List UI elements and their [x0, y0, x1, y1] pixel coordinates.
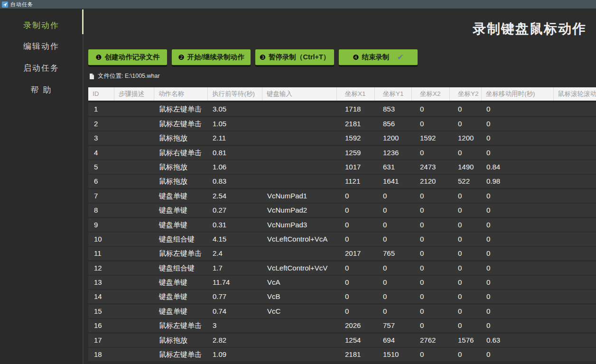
table-row[interactable]: 18鼠标左键单击1.0921811510000	[88, 348, 596, 361]
table-cell	[262, 160, 337, 174]
column-header[interactable]: 动作名称	[154, 87, 208, 101]
table-cell: 0	[375, 233, 412, 246]
table-cell: 5	[88, 160, 114, 174]
table-row[interactable]: 2鼠标左键单击1.052181856000	[88, 117, 596, 131]
table-cell: 0.98	[482, 175, 554, 188]
column-header[interactable]: 坐标Y1	[375, 87, 412, 101]
table-cell: 0	[412, 261, 450, 275]
table-row[interactable]: 15键盘单键0.74VcC00000	[88, 305, 596, 318]
column-header[interactable]: 坐标Y2	[450, 87, 482, 101]
sidebar-item-help[interactable]: 帮 助	[0, 84, 83, 95]
table-cell	[554, 319, 596, 332]
table-cell: 鼠标左键单击	[154, 348, 208, 361]
table-row[interactable]: 3鼠标拖放2.1115921200159212000	[88, 131, 596, 145]
column-header[interactable]: 执行前等待(秒)	[208, 87, 262, 101]
column-header[interactable]: ID	[88, 87, 114, 101]
table-row[interactable]: 13键盘单键11.74VcA00000	[88, 276, 596, 289]
table-cell: 鼠标拖放	[154, 131, 208, 145]
stop-recording-button[interactable]: ❹ 结束录制 ✔	[339, 49, 418, 65]
column-header[interactable]: 坐标X1	[337, 87, 375, 101]
table-cell: 1	[88, 103, 114, 116]
table-row[interactable]: 9键盘单键0.31VcNumPad300000	[88, 218, 596, 232]
column-header[interactable]: 坐标移动用时(秒)	[482, 87, 554, 101]
table-cell: 0	[412, 218, 450, 232]
table-cell: 1490	[450, 160, 482, 174]
table-cell	[554, 233, 596, 246]
table-cell: 13	[88, 276, 114, 289]
table-row[interactable]: 8键盘单键0.27VcNumPad200000	[88, 204, 596, 217]
table-cell: 1254	[337, 334, 375, 347]
table-row[interactable]: 17鼠标拖放2.821254694276215760.63	[88, 334, 596, 347]
sidebar-item-start-task[interactable]: 启动任务	[0, 63, 83, 74]
table-cell	[554, 175, 596, 188]
start-continue-recording-label: 开始/继续录制动作	[187, 53, 244, 62]
table-cell: 522	[450, 175, 482, 188]
table-cell: 0	[450, 233, 482, 246]
table-cell: 0	[375, 276, 412, 289]
table-row[interactable]: 6鼠标拖放0.831121164121205220.98	[88, 175, 596, 188]
table-cell: 0	[482, 204, 554, 217]
table-cell: 1.05	[208, 117, 262, 131]
table-cell: 7	[88, 189, 114, 203]
table-cell	[554, 261, 596, 275]
table-cell	[554, 290, 596, 303]
table-row[interactable]: 12键盘组合键1.7VcLeftControl+VcV00000	[88, 261, 596, 275]
table-cell: 0	[482, 290, 554, 303]
table-cell	[114, 233, 154, 246]
column-header[interactable]: 鼠标滚轮滚动方向	[554, 87, 596, 101]
pause-recording-button[interactable]: ❸ 暂停录制（Ctrl+T）	[255, 49, 334, 65]
table-cell: 键盘单键	[154, 218, 208, 232]
sidebar-item-edit-actions[interactable]: 编辑动作	[0, 41, 83, 52]
check-icon: ✔	[397, 52, 404, 62]
table-cell: 鼠标右键单击	[154, 146, 208, 159]
table-cell: 0	[482, 233, 554, 246]
table-row[interactable]: 10键盘组合键4.15VcLeftControl+VcA00000	[88, 233, 596, 246]
table-cell: 键盘单键	[154, 276, 208, 289]
table-cell: 0.83	[208, 175, 262, 188]
table-cell: 0	[375, 218, 412, 232]
table-cell	[554, 160, 596, 174]
table-cell: 4.15	[208, 233, 262, 246]
table-cell: 0.84	[482, 160, 554, 174]
table-cell: 0	[482, 117, 554, 131]
table-row[interactable]: 16鼠标左键单击32026757000	[88, 319, 596, 332]
table-cell	[114, 290, 154, 303]
table-cell: 0	[412, 305, 450, 318]
sidebar-item-record-actions[interactable]: 录制动作	[0, 20, 83, 31]
table-cell: 0	[337, 218, 375, 232]
column-header[interactable]: 键盘输入	[262, 87, 337, 101]
table-cell: 0	[412, 117, 450, 131]
table-cell	[114, 261, 154, 275]
table-row[interactable]: 1鼠标左键单击3.051718853000	[88, 103, 596, 116]
table-row[interactable]: 11鼠标左键单击2.42017765000	[88, 247, 596, 260]
table-cell: 0	[482, 218, 554, 232]
table-cell: 0	[375, 204, 412, 217]
column-header[interactable]: 坐标X2	[412, 87, 450, 101]
table-row[interactable]: 14键盘单键0.77VcB00000	[88, 290, 596, 303]
table-cell	[114, 348, 154, 361]
table-cell: 0	[450, 348, 482, 361]
table-cell: 0	[412, 276, 450, 289]
table-row[interactable]: 4鼠标右键单击0.8112591236000	[88, 146, 596, 159]
table-row[interactable]: 7键盘单键2.54VcNumPad100000	[88, 189, 596, 203]
table-cell: 14	[88, 290, 114, 303]
table-cell: 856	[375, 117, 412, 131]
table-cell	[114, 319, 154, 332]
table-cell: 2.11	[208, 131, 262, 145]
column-header[interactable]: 步骤描述	[114, 87, 154, 101]
table-cell: 2.4	[208, 247, 262, 260]
table-cell: 0	[482, 146, 554, 159]
table-row[interactable]: 5鼠标拖放1.061017631247314900.84	[88, 160, 596, 174]
table-cell: VcNumPad1	[262, 189, 337, 203]
table-cell: 0	[412, 204, 450, 217]
table-cell: VcLeftControl+VcA	[262, 233, 337, 246]
stop-recording-label: 结束录制	[362, 53, 390, 62]
table-cell	[114, 146, 154, 159]
table-cell: VcNumPad2	[262, 204, 337, 217]
table-cell: 0.74	[208, 305, 262, 318]
step-2-badge-icon: ❷	[178, 53, 184, 62]
start-continue-recording-button[interactable]: ❷ 开始/继续录制动作	[172, 49, 251, 65]
table-cell	[554, 117, 596, 131]
create-record-file-button[interactable]: ❶ 创建动作记录文件	[88, 49, 167, 65]
table-cell: 0	[450, 261, 482, 275]
